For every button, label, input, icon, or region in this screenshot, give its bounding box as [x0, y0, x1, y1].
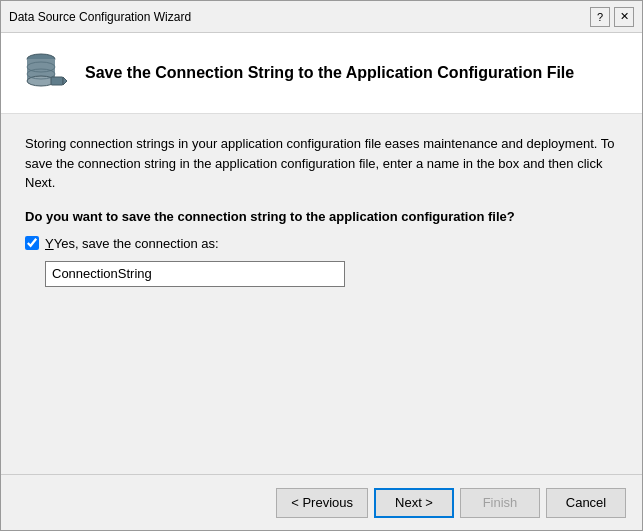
header-area: Save the Connection String to the Applic… — [1, 33, 642, 114]
help-button[interactable]: ? — [590, 7, 610, 27]
title-bar: Data Source Configuration Wizard ? ✕ — [1, 1, 642, 33]
cancel-button[interactable]: Cancel — [546, 488, 626, 518]
next-button[interactable]: Next > — [374, 488, 454, 518]
description-text: Storing connection strings in your appli… — [25, 134, 618, 193]
checkbox-label: YYes, save the connection as: — [45, 236, 219, 251]
close-button[interactable]: ✕ — [614, 7, 634, 27]
save-checkbox[interactable] — [25, 236, 39, 250]
content-area: Storing connection strings in your appli… — [1, 114, 642, 474]
svg-marker-6 — [63, 77, 67, 85]
window-title: Data Source Configuration Wizard — [9, 10, 590, 24]
previous-button[interactable]: < Previous — [276, 488, 368, 518]
question-text: Do you want to save the connection strin… — [25, 209, 618, 224]
checkbox-row: YYes, save the connection as: — [25, 236, 618, 251]
connection-name-input[interactable] — [45, 261, 345, 287]
wizard-window: Data Source Configuration Wizard ? ✕ Sav… — [0, 0, 643, 531]
svg-rect-5 — [51, 77, 63, 85]
footer-area: < Previous Next > Finish Cancel — [1, 474, 642, 530]
finish-button[interactable]: Finish — [460, 488, 540, 518]
title-bar-controls: ? ✕ — [590, 7, 634, 27]
database-icon — [21, 49, 69, 97]
header-title: Save the Connection String to the Applic… — [85, 64, 574, 82]
